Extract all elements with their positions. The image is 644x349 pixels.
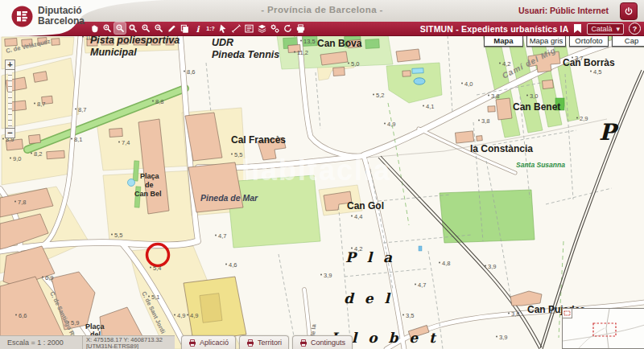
bookmark-icon[interactable] xyxy=(573,23,582,34)
printer-icon xyxy=(188,339,196,347)
measure-icon[interactable] xyxy=(166,23,177,34)
spot-height: 7,8 xyxy=(18,199,26,206)
spot-height: 9,0 xyxy=(13,155,21,162)
overview-map[interactable] xyxy=(562,308,644,349)
map-label: Plaça xyxy=(140,172,160,180)
power-icon xyxy=(624,6,634,16)
map-yellow-building xyxy=(184,277,246,341)
spot-height: 13,5 xyxy=(303,38,316,45)
spot-height: 3,8 xyxy=(481,117,489,125)
settings-icon[interactable] xyxy=(269,23,280,34)
map-canvas[interactable]: 10,911,613,511,211,611,88,88,68,78,78,98… xyxy=(0,35,644,349)
spot-height-dot xyxy=(215,235,217,236)
spot-height-dot xyxy=(71,138,72,140)
map-label: Can Bel xyxy=(134,190,162,198)
zoom-slider-track[interactable] xyxy=(5,70,15,128)
map-label: de xyxy=(145,181,154,189)
map-label: Plaça xyxy=(85,322,105,331)
select-icon[interactable] xyxy=(217,23,229,34)
spot-height-dot xyxy=(34,103,35,105)
spot-height-dot xyxy=(526,95,528,96)
spot-height: 8,1 xyxy=(74,136,82,143)
spot-height-dot xyxy=(320,274,322,276)
logo-panel: Diputació Barcelona xyxy=(0,0,161,37)
coordinates-readout: X: 475158.17 Y: 4608713.32 [UTM31N-ETRS8… xyxy=(83,335,175,349)
language-value: Català xyxy=(591,25,612,33)
map-label: P l a xyxy=(345,249,395,265)
map-label: Santa Susanna xyxy=(516,161,565,169)
spot-height: 5,0 xyxy=(351,60,359,68)
spot-height-dot xyxy=(496,336,497,338)
spot-height-dot xyxy=(384,123,386,125)
spot-height-dot xyxy=(118,142,120,143)
overview-toggle-button[interactable] xyxy=(562,308,572,318)
spot-height-dot xyxy=(373,94,374,96)
map-label: la Constància xyxy=(470,143,533,154)
language-select[interactable]: Català ▾ xyxy=(587,23,624,35)
printer-icon xyxy=(299,339,308,347)
extent-icon xyxy=(564,310,571,316)
app-title: SITMUN - Expedients urbanístics IA xyxy=(420,24,569,34)
spot-height: 8,7 xyxy=(37,101,45,108)
spot-height-dot xyxy=(439,262,440,264)
spot-height-dot xyxy=(508,313,510,314)
tab-continguts[interactable]: Continguts xyxy=(292,335,353,349)
map-label: habitaclia xyxy=(242,154,391,187)
spot-height: 8,7 xyxy=(78,106,86,113)
refresh-icon[interactable] xyxy=(282,23,293,34)
spot-height-dot xyxy=(461,83,463,84)
spot-height-dot xyxy=(2,138,4,140)
spot-height: 4,9 xyxy=(177,312,185,319)
spot-height-dot xyxy=(225,264,227,265)
spot-height: 4,6 xyxy=(229,261,237,269)
printer-icon xyxy=(246,339,254,347)
copy-map-icon[interactable] xyxy=(179,23,190,34)
scale-indicator: Escala = 1 : 2000 xyxy=(0,335,83,349)
help-button[interactable]: ? xyxy=(629,23,641,35)
spot-height-dot xyxy=(294,51,295,53)
spot-height: 3,9 xyxy=(488,263,496,270)
zoom-in-button[interactable]: + xyxy=(5,60,15,70)
caret-down-icon: ▾ xyxy=(616,25,620,33)
spot-height-dot xyxy=(478,120,480,121)
layers-icon[interactable] xyxy=(256,23,267,34)
spot-height: 7,4 xyxy=(122,139,130,146)
spot-height-dot xyxy=(423,105,424,107)
spot-height: 3,9 xyxy=(324,272,332,279)
print-icon[interactable] xyxy=(295,23,306,34)
zoom-out-button[interactable]: − xyxy=(5,128,15,138)
scale-input-icon[interactable] xyxy=(204,23,216,34)
map-label: d e l xyxy=(344,290,393,306)
spot-height-dot xyxy=(111,234,113,236)
feature-info-icon[interactable] xyxy=(192,23,203,34)
diputacio-logo-icon xyxy=(11,6,33,27)
logout-button[interactable] xyxy=(620,2,638,20)
tab-territori[interactable]: Territori xyxy=(239,335,289,349)
logo-text: Diputació Barcelona xyxy=(38,6,85,27)
spot-height: 4,1 xyxy=(426,103,434,110)
spot-height-dot xyxy=(152,101,154,102)
spot-height: 8,6 xyxy=(187,68,195,76)
spot-height-dot xyxy=(415,284,416,285)
spot-height-dot xyxy=(590,71,592,72)
spot-height: 4,0 xyxy=(464,80,473,88)
tab-aplicacio[interactable]: Aplicació xyxy=(181,335,236,349)
map-label: UDR xyxy=(212,37,233,48)
spot-height: 5,5 xyxy=(114,232,122,239)
spot-height-dot xyxy=(187,314,188,316)
spot-height: 4,9 xyxy=(387,121,395,128)
spot-height: 11,2 xyxy=(297,49,308,56)
statusbar-tabs: Aplicació Territori Continguts xyxy=(181,335,353,349)
spot-height: 4,7 xyxy=(218,232,226,240)
spot-height: 3,8 xyxy=(511,310,519,318)
appbar-right: SITMUN - Expedients urbanístics IA Catal… xyxy=(420,22,641,35)
overview-map-content xyxy=(563,309,644,348)
help-icon: ? xyxy=(633,25,638,33)
measure-line-icon[interactable] xyxy=(230,23,242,34)
legend-icon[interactable] xyxy=(243,23,254,34)
map-label: Can Bova xyxy=(317,38,362,49)
map-label: Pineda Tennis xyxy=(212,49,279,60)
status-bar: Escala = 1 : 2000 X: 475158.17 Y: 460871… xyxy=(0,335,353,349)
spot-height-dot xyxy=(150,267,151,269)
spot-height: 4,4 xyxy=(354,213,362,220)
